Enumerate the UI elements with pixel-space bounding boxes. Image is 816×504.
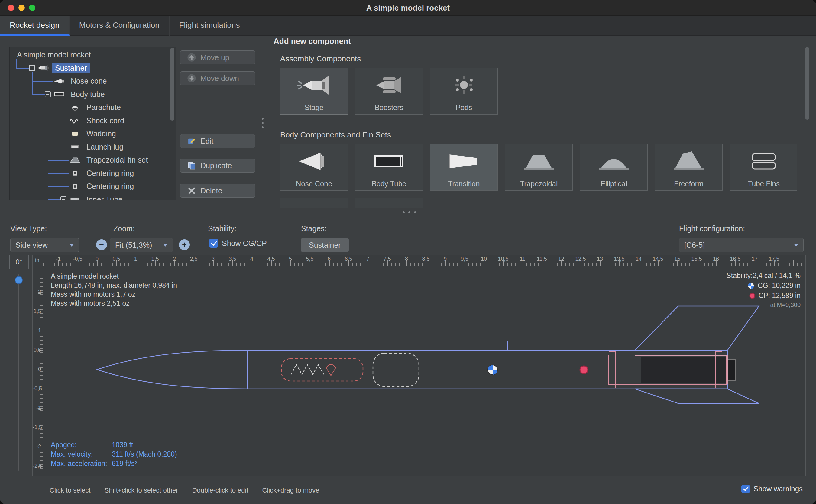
add-component-button-partial[interactable] bbox=[355, 198, 423, 208]
add-freeform-button[interactable]: Freeform bbox=[655, 144, 723, 191]
flight-configuration-select[interactable]: [C6-5] bbox=[679, 238, 804, 252]
add-elliptical-button[interactable]: Elliptical bbox=[580, 144, 648, 191]
rocket-info-line: Mass with motors 2,51 oz bbox=[51, 299, 177, 308]
max-velocity-label: Max. velocity: bbox=[51, 450, 112, 459]
tree-item-trapezoidal-fin-set[interactable]: Trapezoidal fin set bbox=[10, 153, 170, 167]
add-tube-fins-button[interactable]: Tube Fins bbox=[730, 144, 797, 191]
show-cgcp-checkrow[interactable]: Show CG/CP bbox=[209, 239, 267, 248]
rocket-design-canvas[interactable]: in -1-0,500,511,522,533,544,555,566,577,… bbox=[32, 255, 806, 476]
tree-rows: A simple model rocketSustainerNose coneB… bbox=[10, 48, 170, 200]
horizontal-splitter-handle[interactable] bbox=[401, 209, 418, 215]
add-nose-cone-button[interactable]: Nose Cone bbox=[280, 144, 348, 191]
h-ruler-label: 6,5 bbox=[345, 256, 352, 262]
add-component-panel: Add new component Assembly ComponentsSta… bbox=[267, 42, 802, 208]
wadding-icon bbox=[69, 131, 81, 137]
nose-cone-icon bbox=[53, 78, 65, 85]
tree-item-sustainer[interactable]: Sustainer bbox=[10, 62, 170, 75]
tab-flight-simulations[interactable]: Flight simulations bbox=[170, 16, 250, 36]
h-ruler-label: 17,5 bbox=[769, 256, 779, 262]
component-tree[interactable]: A simple model rocketSustainerNose coneB… bbox=[9, 47, 176, 200]
duplicate-icon bbox=[187, 161, 196, 170]
v-ruler-label: 0,5 bbox=[33, 347, 41, 353]
show-cgcp-checkbox[interactable] bbox=[209, 239, 218, 248]
inner-tube-icon bbox=[69, 196, 81, 200]
scrollbar-thumb[interactable] bbox=[805, 47, 809, 120]
max-acceleration-label: Max. acceleration: bbox=[51, 459, 112, 468]
rotation-slider-track[interactable] bbox=[18, 274, 19, 471]
show-warnings-checkrow[interactable]: Show warnings bbox=[741, 485, 803, 493]
tab-bar: Rocket designMotors & ConfigurationFligh… bbox=[0, 16, 816, 36]
stage-sustainer-toggle[interactable]: Sustainer bbox=[301, 238, 349, 252]
h-ruler-label: 8,5 bbox=[422, 256, 429, 262]
flight-stats: Apogee:1039 ft Max. velocity:311 ft/s (M… bbox=[51, 440, 177, 468]
move-up-button[interactable]: Move up bbox=[180, 50, 255, 64]
window-title: A simple model rocket bbox=[0, 0, 816, 16]
h-ruler-label: 15 bbox=[674, 256, 680, 262]
h-ruler-label: 1,5 bbox=[151, 256, 159, 262]
scrollbar-thumb[interactable] bbox=[170, 48, 174, 121]
tree-item-inner-tube[interactable]: Inner Tube bbox=[10, 193, 170, 201]
h-ruler-label: 13 bbox=[597, 256, 603, 262]
centering-ring-icon bbox=[69, 170, 81, 176]
add-trapezoidal-button[interactable]: Trapezoidal bbox=[505, 144, 573, 191]
h-ruler-label: 12 bbox=[558, 256, 564, 262]
h-ruler-label: 10 bbox=[481, 256, 487, 262]
h-ruler-label: 5 bbox=[289, 256, 292, 262]
expand-toggle-icon[interactable] bbox=[60, 196, 66, 200]
tab-motors-configuration[interactable]: Motors & Configuration bbox=[70, 16, 170, 36]
launch-lug bbox=[453, 341, 508, 350]
add-stage-button[interactable]: Stage bbox=[280, 68, 348, 115]
cg-value: CG: 10,229 in bbox=[758, 282, 801, 290]
trapezoidal-fin-component-icon bbox=[521, 144, 557, 178]
fin-bottom bbox=[635, 389, 759, 403]
zoom-out-button[interactable]: − bbox=[96, 239, 107, 250]
add-pods-button[interactable]: Pods bbox=[430, 68, 498, 115]
tree-item-parachute[interactable]: Parachute bbox=[10, 101, 170, 114]
launch-lug-icon bbox=[69, 144, 81, 150]
tree-item-shock-cord[interactable]: Shock cord bbox=[10, 114, 170, 128]
duplicate-button[interactable]: Duplicate bbox=[180, 159, 255, 173]
stability-label: Stability: bbox=[208, 224, 236, 233]
tree-root-item[interactable]: A simple model rocket bbox=[10, 48, 170, 62]
parachute-lines bbox=[326, 368, 336, 376]
apogee-label: Apogee: bbox=[51, 440, 112, 450]
view-type-select[interactable]: Side view bbox=[10, 238, 79, 252]
edit-button[interactable]: Edit bbox=[180, 134, 255, 148]
tree-item-body-tube[interactable]: Body tube bbox=[10, 88, 170, 101]
v-ruler-label: 1,5 bbox=[33, 308, 41, 315]
tree-scrollbar[interactable] bbox=[170, 48, 175, 199]
move-down-button[interactable]: Move down bbox=[180, 71, 255, 85]
zoom-select[interactable]: Fit (51,3%) bbox=[110, 238, 173, 252]
add-component-button-partial[interactable] bbox=[280, 198, 348, 208]
stages-label: Stages: bbox=[301, 224, 327, 233]
h-ruler-label: 9,5 bbox=[461, 256, 468, 262]
rotation-angle-display: 0° bbox=[9, 255, 29, 269]
rotation-slider-handle[interactable] bbox=[15, 276, 23, 284]
tab-rocket-design[interactable]: Rocket design bbox=[0, 16, 70, 36]
add-boosters-button[interactable]: Boosters bbox=[355, 68, 423, 115]
rocket-info-line: Length 16,748 in, max. diameter 0,984 in bbox=[51, 281, 177, 290]
tree-item-nose-cone[interactable]: Nose cone bbox=[10, 75, 170, 88]
tree-item-centering-ring[interactable]: Centering ring bbox=[10, 167, 170, 180]
add-body-tube-button[interactable]: Body Tube bbox=[355, 144, 423, 191]
add-component-scrollbar[interactable] bbox=[805, 42, 810, 208]
chevron-down-icon bbox=[69, 244, 74, 247]
h-ruler-label: 0,5 bbox=[112, 256, 120, 262]
h-ruler-label: 15,5 bbox=[691, 256, 702, 262]
vertical-splitter-handle[interactable] bbox=[262, 115, 264, 131]
boosters-component-icon bbox=[371, 68, 407, 102]
expand-toggle-icon[interactable] bbox=[29, 65, 35, 71]
v-ruler-label: 1 bbox=[33, 328, 41, 334]
delete-button[interactable]: Delete bbox=[180, 184, 255, 198]
tree-item-launch-lug[interactable]: Launch lug bbox=[10, 141, 170, 154]
zoom-in-button[interactable]: + bbox=[179, 239, 190, 250]
show-warnings-checkbox[interactable] bbox=[741, 485, 750, 493]
add-transition-button[interactable]: Transition bbox=[430, 144, 498, 191]
v-ruler-label: -0,5 bbox=[33, 386, 41, 392]
tree-item-centering-ring[interactable]: Centering ring bbox=[10, 180, 170, 193]
h-ruler-label: 1 bbox=[134, 256, 137, 262]
add-component-body: Assembly ComponentsStageBoostersPodsBody… bbox=[280, 42, 797, 208]
chevron-down-icon bbox=[163, 244, 168, 247]
expand-toggle-icon[interactable] bbox=[45, 91, 51, 97]
tree-item-wadding[interactable]: Wadding bbox=[10, 127, 170, 141]
